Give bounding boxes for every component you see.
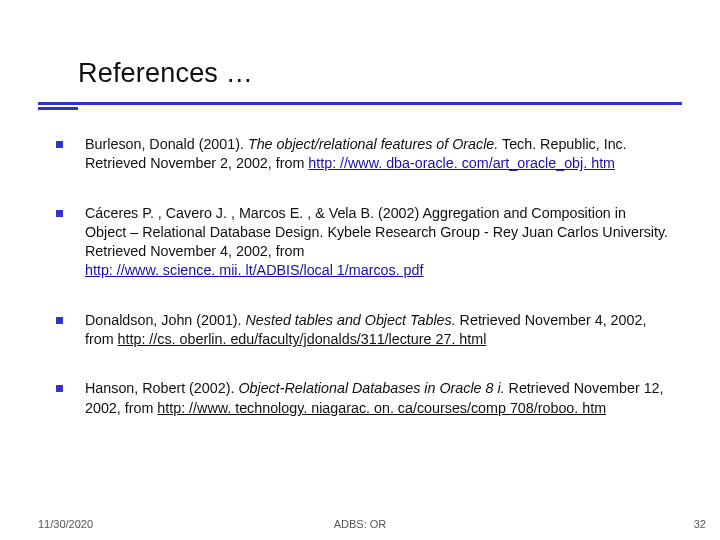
list-item: Burleson, Donald (2001). The object/rela… — [56, 135, 671, 174]
ref-title-italic: Object-Relational Databases in Oracle 8 … — [238, 380, 504, 396]
footer-center: ADBS: OR — [0, 518, 720, 530]
title-underline — [38, 102, 682, 105]
footer-pagenum: 32 — [694, 518, 706, 530]
title-underline-short — [38, 107, 78, 110]
bullet-icon — [56, 385, 63, 392]
list-item: Donaldson, John (2001). Nested tables an… — [56, 311, 671, 350]
footer: 11/30/2020 ADBS: OR 32 — [0, 512, 720, 530]
list-item: Hanson, Robert (2002). Object-Relational… — [56, 379, 671, 418]
reference-text: Hanson, Robert (2002). Object-Relational… — [85, 379, 671, 418]
page-title: References … — [78, 58, 253, 89]
ref-link[interactable]: http: //www. dba-oracle. com/art_oracle_… — [308, 155, 615, 171]
ref-pre: Cáceres P. , Cavero J. , Marcos E. , & V… — [85, 205, 668, 260]
ref-link[interactable]: http: //cs. oberlin. edu/faculty/jdonald… — [118, 331, 487, 347]
ref-pre: Hanson, Robert (2002). — [85, 380, 238, 396]
reference-text: Burleson, Donald (2001). The object/rela… — [85, 135, 671, 174]
ref-pre: Donaldson, John (2001). — [85, 312, 246, 328]
bullet-icon — [56, 141, 63, 148]
ref-title-italic: Nested tables and Object Tables. — [246, 312, 456, 328]
reference-text: Donaldson, John (2001). Nested tables an… — [85, 311, 671, 350]
title-wrap: References … — [78, 58, 253, 89]
reference-list: Burleson, Donald (2001). The object/rela… — [56, 135, 671, 448]
ref-title-italic: The object/relational features of Oracle… — [248, 136, 498, 152]
ref-pre: Burleson, Donald (2001). — [85, 136, 248, 152]
bullet-icon — [56, 210, 63, 217]
ref-link[interactable]: http: //www. technology. niagarac. on. c… — [157, 400, 606, 416]
bullet-icon — [56, 317, 63, 324]
ref-link[interactable]: http: //www. science. mii. lt/ADBIS/loca… — [85, 262, 423, 278]
reference-text: Cáceres P. , Cavero J. , Marcos E. , & V… — [85, 204, 671, 281]
slide: References … Burleson, Donald (2001). Th… — [0, 0, 720, 540]
list-item: Cáceres P. , Cavero J. , Marcos E. , & V… — [56, 204, 671, 281]
